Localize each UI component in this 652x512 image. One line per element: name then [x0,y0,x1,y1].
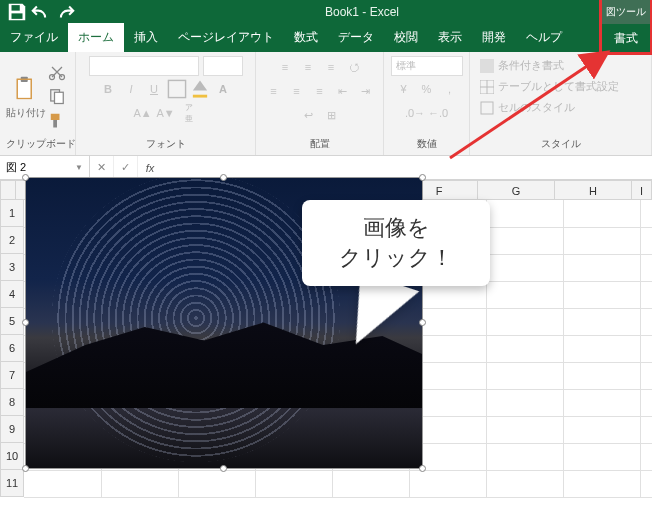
svg-rect-9 [168,80,185,97]
contextual-tab-pictools: 図ツール 書式 [602,0,650,52]
indent-decrease-icon[interactable]: ⇤ [333,81,353,101]
row-9[interactable]: 9 [0,416,24,443]
enter-formula-icon[interactable]: ✓ [114,156,138,179]
contextual-group-label: 図ツール [602,0,650,24]
underline-button[interactable]: U [144,79,164,99]
paste-button[interactable]: 貼り付け [6,72,46,120]
row-10[interactable]: 10 [0,443,24,470]
tab-help[interactable]: ヘルプ [516,23,572,52]
resize-handle-ne[interactable] [419,174,426,181]
row-3[interactable]: 3 [0,254,24,281]
increase-font-icon[interactable]: A▲ [133,103,153,123]
wrap-text-icon[interactable]: ↩ [298,105,318,125]
group-font-label: フォント [82,135,249,153]
row-7[interactable]: 7 [0,362,24,389]
resize-handle-e[interactable] [419,319,426,326]
conditional-formatting-button[interactable]: 条件付き書式 [476,56,568,75]
tab-view[interactable]: 表示 [428,23,472,52]
row-1[interactable]: 1 [0,200,24,227]
border-button[interactable] [167,79,187,99]
percent-icon[interactable]: % [417,79,437,99]
bold-button[interactable]: B [98,79,118,99]
select-all-corner[interactable] [0,180,16,200]
row-5[interactable]: 5 [0,308,24,335]
align-left-icon[interactable]: ≡ [264,81,284,101]
cell-styles-label: セルのスタイル [498,100,575,115]
align-bottom-icon[interactable]: ≡ [321,57,341,77]
quick-access-toolbar: Book1 - Excel [0,0,652,24]
align-right-icon[interactable]: ≡ [310,81,330,101]
orientation-icon[interactable]: ⭯ [344,57,364,77]
fx-icon[interactable]: fx [138,156,162,179]
tab-insert[interactable]: 挿入 [124,23,168,52]
tab-file[interactable]: ファイル [0,23,68,52]
col-I[interactable]: I [632,180,652,200]
tab-developer[interactable]: 開発 [472,23,516,52]
format-painter-icon[interactable] [47,110,67,130]
window-title: Book1 - Excel [78,5,646,19]
svg-rect-8 [55,92,64,103]
svg-rect-2 [17,79,31,98]
fill-color-button[interactable] [190,79,210,99]
format-as-table-button[interactable]: テーブルとして書式設定 [476,77,623,96]
font-color-button[interactable]: A [213,79,233,99]
name-box[interactable]: 図 2 ▼ [0,156,90,179]
resize-handle-se[interactable] [419,465,426,472]
increase-decimal-icon[interactable]: .0→ [405,103,425,123]
svg-rect-15 [481,102,493,114]
col-H[interactable]: H [555,180,632,200]
row-6[interactable]: 6 [0,335,24,362]
decrease-font-icon[interactable]: A▼ [156,103,176,123]
chevron-down-icon: ▼ [75,163,83,172]
italic-button[interactable]: I [121,79,141,99]
group-alignment-label: 配置 [262,135,377,153]
cell-styles-button[interactable]: セルのスタイル [476,98,579,117]
annotation-callout: 画像を クリック！ [302,200,490,286]
group-clipboard-label: クリップボード [6,135,69,153]
align-top-icon[interactable]: ≡ [275,57,295,77]
tab-pagelayout[interactable]: ページレイアウト [168,23,284,52]
callout-line1: 画像を [363,213,430,243]
paste-label: 貼り付け [6,106,46,120]
cancel-formula-icon[interactable]: ✕ [90,156,114,179]
copy-icon[interactable] [47,86,67,106]
conditional-formatting-label: 条件付き書式 [498,58,564,73]
tab-data[interactable]: データ [328,23,384,52]
comma-icon[interactable]: , [440,79,460,99]
row-4[interactable]: 4 [0,281,24,308]
font-size-combo[interactable] [203,56,243,76]
resize-handle-sw[interactable] [22,465,29,472]
indent-increase-icon[interactable]: ⇥ [356,81,376,101]
merge-center-icon[interactable]: ⊞ [321,105,341,125]
row-11[interactable]: 11 [0,470,24,497]
resize-handle-w[interactable] [22,319,29,326]
name-box-value: 図 2 [6,160,26,175]
align-middle-icon[interactable]: ≡ [298,57,318,77]
ruby-icon[interactable]: ア亜 [179,103,199,123]
tab-home[interactable]: ホーム [68,23,124,52]
tab-formulas[interactable]: 数式 [284,23,328,52]
currency-icon[interactable]: ¥ [394,79,414,99]
resize-handle-n[interactable] [220,174,227,181]
cut-icon[interactable] [47,62,67,82]
number-format-combo[interactable]: 標準 [391,56,463,76]
group-font: B I U A A▲ A▼ ア亜 フォント [76,52,256,155]
tab-review[interactable]: 校閲 [384,23,428,52]
redo-icon[interactable] [54,2,76,22]
tab-format[interactable]: 書式 [602,24,650,52]
row-8[interactable]: 8 [0,389,24,416]
resize-handle-s[interactable] [220,465,227,472]
resize-handle-nw[interactable] [22,174,29,181]
font-name-combo[interactable] [89,56,199,76]
row-2[interactable]: 2 [0,227,24,254]
svg-rect-11 [480,59,494,73]
ribbon-tabs: ファイル ホーム 挿入 ページレイアウト 数式 データ 校閲 表示 開発 ヘルプ… [0,24,652,52]
decrease-decimal-icon[interactable]: ←.0 [428,103,448,123]
group-styles-label: スタイル [476,135,645,153]
group-number-label: 数値 [390,135,463,153]
undo-icon[interactable] [30,2,52,22]
align-center-icon[interactable]: ≡ [287,81,307,101]
save-icon[interactable] [6,2,28,22]
group-alignment: ≡ ≡ ≡ ⭯ ≡ ≡ ≡ ⇤ ⇥ ↩ ⊞ 配置 [256,52,384,155]
col-G[interactable]: G [478,180,555,200]
